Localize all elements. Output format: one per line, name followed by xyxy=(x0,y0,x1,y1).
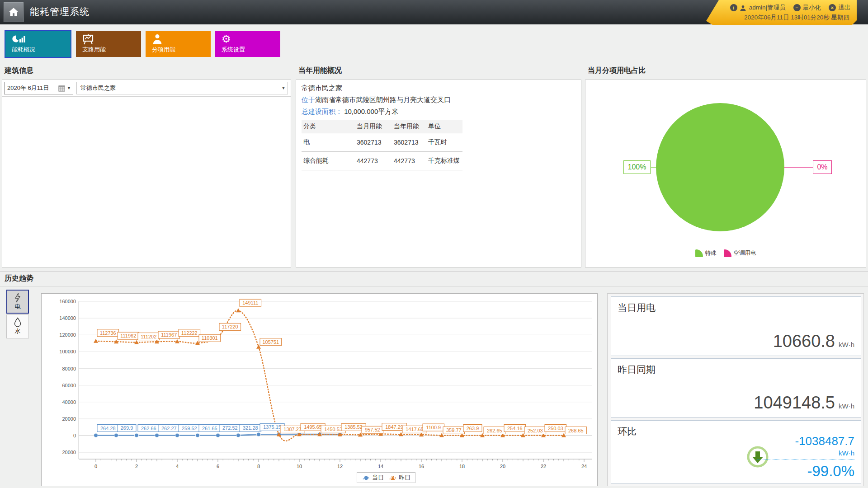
chart-legend[interactable]: 当日 昨日 xyxy=(357,472,415,483)
svg-text:14: 14 xyxy=(378,464,383,469)
close-icon[interactable]: × xyxy=(829,4,836,11)
svg-text:264.28: 264.28 xyxy=(100,426,116,431)
svg-text:8: 8 xyxy=(257,464,260,469)
svg-text:263.9: 263.9 xyxy=(467,426,479,431)
annual-panel-title: 当年用能概况 xyxy=(298,66,342,75)
datetime: 2020年06月11日 13时01分20秒 星期四 xyxy=(721,14,850,22)
svg-text:1450.53: 1450.53 xyxy=(324,427,342,432)
pie-panel: 100% 0% 特殊 空调用电 xyxy=(585,80,866,267)
minimize-label[interactable]: 最小化 xyxy=(803,4,821,12)
svg-text:1387.27: 1387.27 xyxy=(283,427,302,432)
building-select-caret-icon[interactable]: ▼ xyxy=(279,82,288,94)
pie-bars-icon xyxy=(12,34,25,45)
svg-text:321.28: 321.28 xyxy=(243,425,258,431)
building-select[interactable]: 常德市民之家 ▼ xyxy=(76,82,288,94)
svg-text:957.52: 957.52 xyxy=(365,427,380,432)
svg-text:1495.65: 1495.65 xyxy=(304,424,322,430)
svg-text:261.65: 261.65 xyxy=(202,426,217,431)
svg-text:20000: 20000 xyxy=(62,416,76,422)
svg-text:100000: 100000 xyxy=(59,349,76,354)
stat-cards-panel: 当日用电 10660.8 kW·h 昨日同期 1049148.5 kW·h 环比… xyxy=(607,293,864,486)
svg-text:140000: 140000 xyxy=(59,315,76,321)
tab-water[interactable]: 水 xyxy=(6,314,29,338)
svg-text:2: 2 xyxy=(135,464,138,469)
nav-label: 能耗概况 xyxy=(12,46,35,54)
lightning-icon xyxy=(14,293,21,303)
ring-ratio-unit: kW·h xyxy=(757,449,854,460)
svg-text:10: 10 xyxy=(297,464,302,469)
legend-label: 空调用电 xyxy=(734,249,756,257)
building-name: 常德市民之家 xyxy=(302,84,576,93)
svg-text:22: 22 xyxy=(541,464,546,469)
svg-text:262.66: 262.66 xyxy=(141,426,156,431)
app-title: 能耗管理系统 xyxy=(30,0,90,23)
legend-item-yesterday: 昨日 xyxy=(388,474,410,482)
card-label: 当日用电 xyxy=(618,301,656,314)
svg-text:24: 24 xyxy=(581,464,587,469)
date-picker[interactable]: 2020年 6月11日 ▼ xyxy=(4,82,73,94)
svg-text:0: 0 xyxy=(73,433,76,438)
svg-text:120000: 120000 xyxy=(59,332,76,338)
area-label: 总建设面积： xyxy=(302,108,342,115)
svg-text:262.27: 262.27 xyxy=(161,426,177,431)
tab-label: 电 xyxy=(15,303,21,310)
building-panel-title: 建筑信息 xyxy=(5,66,33,75)
legend-label: 特殊 xyxy=(705,249,717,257)
svg-text:117220: 117220 xyxy=(222,324,238,329)
svg-text:0: 0 xyxy=(94,464,97,469)
pie-label-100: 100% xyxy=(623,160,651,174)
svg-text:262.65: 262.65 xyxy=(487,428,502,433)
legend-swatch-green xyxy=(695,249,703,257)
col-year: 当年用能 xyxy=(392,120,426,133)
pie-legend: 特殊 空调用电 xyxy=(585,249,866,257)
minimize-icon[interactable]: − xyxy=(793,4,801,11)
svg-text:12: 12 xyxy=(337,464,343,469)
svg-text:105751: 105751 xyxy=(262,339,279,345)
legend-item-special: 特殊 xyxy=(695,249,717,257)
legend-label: 昨日 xyxy=(399,474,410,482)
date-picker-value: 2020年 6月11日 xyxy=(7,84,58,92)
tab-label: 水 xyxy=(15,328,21,334)
nav-energy-overview[interactable]: 能耗概况 xyxy=(5,31,71,57)
nav-system-settings[interactable]: ⚙ 系统设置 xyxy=(215,31,280,57)
nav-branch-energy[interactable]: 支路用能 xyxy=(76,31,141,57)
logout-label[interactable]: 退出 xyxy=(838,4,850,12)
nav-label: 分项用能 xyxy=(152,46,175,54)
card-label: 环比 xyxy=(618,425,637,438)
building-select-value: 常德市民之家 xyxy=(80,84,116,92)
tab-electricity[interactable]: 电 xyxy=(6,290,29,314)
svg-text:60000: 60000 xyxy=(62,383,76,388)
building-controls-row: 2020年 6月11日 ▼ 常德市民之家 ▼ xyxy=(2,80,291,97)
pie-label-0: 0% xyxy=(813,160,832,174)
trend-line-chart: -200000200004000060000800001000001200001… xyxy=(42,294,597,486)
svg-text:359.77: 359.77 xyxy=(446,427,462,433)
table-header-row: 分类 当月用能 当年用能 单位 xyxy=(302,120,462,133)
card-value: 1049148.5 xyxy=(754,393,835,413)
svg-text:272.52: 272.52 xyxy=(222,425,238,431)
water-drop-icon xyxy=(14,317,22,327)
svg-text:6: 6 xyxy=(217,464,219,469)
svg-text:111202: 111202 xyxy=(141,334,156,339)
svg-text:160000: 160000 xyxy=(59,299,76,304)
svg-text:16: 16 xyxy=(419,464,424,469)
calendar-icon xyxy=(58,85,65,92)
info-icon[interactable]: i xyxy=(730,4,737,11)
annual-panel: 常德市民之家 位于湖南省常德市武陵区朗州路与月亮大道交叉口 总建设面积： 10,… xyxy=(296,80,581,267)
pie-chart xyxy=(585,80,867,268)
home-icon xyxy=(8,6,19,18)
svg-text:259.52: 259.52 xyxy=(182,426,197,431)
col-month: 当月用能 xyxy=(355,120,392,133)
pie-circle xyxy=(656,103,784,231)
building-location: 位于湖南省常德市武陵区朗州路与月亮大道交叉口 xyxy=(302,96,576,104)
svg-text:269.9: 269.9 xyxy=(121,425,133,431)
top-bar: 能耗管理系统 i admin|管理员 − 最小化 × 退出 2020年06月11… xyxy=(0,0,868,24)
legend-item-hvac: 空调用电 xyxy=(724,249,756,257)
svg-text:1385.52: 1385.52 xyxy=(344,424,363,430)
svg-text:40000: 40000 xyxy=(62,399,76,405)
svg-text:268.65: 268.65 xyxy=(568,428,584,433)
nav-itemized-energy[interactable]: 分项用能 xyxy=(146,31,211,57)
user-name: admin|管理员 xyxy=(749,4,786,12)
home-button[interactable] xyxy=(4,2,24,22)
yesterday-marker-icon xyxy=(388,474,397,482)
svg-text:254.16: 254.16 xyxy=(507,426,523,431)
